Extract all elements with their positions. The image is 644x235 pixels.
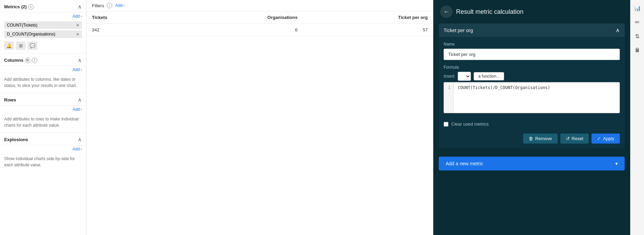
col-organisations: Organisations (171, 11, 303, 24)
panel-header: ← Result metric calculation (433, 0, 630, 23)
metric-2-label: D_COUNT(Organisations) (7, 32, 55, 37)
metrics-add-action: Add › (0, 12, 86, 20)
filters-info-icon[interactable]: i (107, 3, 112, 8)
remove-btn-label: Remove (535, 136, 552, 141)
rows-desc: Add attributes to rows to make individua… (4, 116, 82, 128)
columns-desc: Add attributes to columns, like dates or… (4, 76, 82, 89)
panel-title: Result metric calculation (456, 8, 523, 16)
remove-button[interactable]: 🗑 Remove (523, 134, 557, 144)
metrics-add-chevron: › (80, 14, 82, 19)
cell-ticket-per-org: 57 (303, 24, 433, 36)
formula-code-text: COUNT(Tickets)/D_COUNT(Organisations) (458, 85, 550, 90)
metric-tag-1: COUNT(Tickets) × (4, 21, 82, 29)
metrics-label: Metrics (4, 4, 20, 9)
metric-1-remove-btn[interactable]: × (76, 23, 79, 28)
metrics-count: (2) (21, 4, 27, 9)
cell-tickets: 342 (86, 24, 171, 36)
clear-metrics-label: Clear used metrics (451, 121, 489, 127)
apply-btn-label: Apply (603, 136, 614, 141)
metrics-add-label: Add (73, 14, 80, 19)
columns-add-link[interactable]: Add › (73, 67, 82, 72)
data-table: Tickets Organisations Ticket per org 342… (86, 11, 433, 36)
metrics-icon-row: 🔔 ⊞ 💬 (0, 39, 86, 53)
reset-icon: ↺ (566, 136, 570, 141)
rows-add-label: Add (73, 107, 80, 112)
cell-organisations: 6 (171, 24, 303, 36)
rows-add-chevron: › (80, 107, 82, 112)
clear-metrics-row: Clear used metrics (439, 118, 625, 130)
metric-section-title: Ticket per org (444, 28, 473, 33)
right-panel: ← Result metric calculation Ticket per o… (433, 0, 630, 235)
metric-2-remove-btn[interactable]: × (76, 32, 79, 37)
columns-info-icon[interactable]: i (32, 58, 37, 63)
trash-icon: 🗑 (529, 136, 533, 141)
metric-section: Ticket per org ∧ Name Formula Insert: a … (439, 23, 625, 148)
explosions-add-action: Add › (0, 145, 86, 153)
rows-collapse-btn[interactable]: ∧ (78, 97, 82, 103)
filters-add-label: Add (115, 3, 122, 8)
name-input[interactable] (444, 49, 620, 60)
columns-label: Columns (4, 58, 23, 63)
columns-collapse-btn[interactable]: ∧ (78, 57, 82, 63)
sidebar: Metrics (2) i ∧ Add › COUNT(Tickets) × D… (0, 0, 86, 235)
add-metric-chevron-down-icon: ▾ (615, 161, 618, 166)
explosions-add-link[interactable]: Add › (73, 147, 82, 151)
columns-copy-icon[interactable]: ⧉ (25, 58, 30, 63)
metrics-collapse-btn[interactable]: ∧ (78, 3, 82, 10)
calculator-icon[interactable]: 🖩 (633, 46, 642, 55)
formula-field-label: Formula (444, 65, 620, 70)
explosions-section-header: Explosions ∧ (0, 133, 86, 145)
explosions-desc: Show individual charts side-by-side for … (4, 156, 82, 168)
apply-button[interactable]: ✓ Apply (591, 134, 620, 144)
icon-strip: 📊 ✏ ⇅ 🖩 (630, 0, 644, 235)
columns-add-chevron: › (80, 67, 82, 72)
rows-title-wrap: Rows (4, 97, 16, 102)
metric-form: Name Formula Insert: a function... 1 COU… (439, 37, 625, 118)
metric-tag-2: D_COUNT(Organisations) × (4, 30, 82, 38)
metrics-info-icon[interactable]: i (28, 4, 34, 10)
add-metric-label: Add a new metric (446, 161, 483, 166)
comment-icon-btn[interactable]: 💬 (28, 41, 37, 50)
metric-section-header[interactable]: Ticket per org ∧ (439, 23, 625, 37)
sort-icon[interactable]: ⇅ (634, 32, 641, 41)
insert-select[interactable] (458, 72, 471, 81)
metric-1-label: COUNT(Tickets) (7, 23, 37, 28)
filters-label: Filters (92, 3, 104, 8)
function-btn-label: a function... (478, 74, 500, 79)
explosions-add-label: Add (73, 147, 80, 151)
insert-function-btn[interactable]: a function... (474, 72, 504, 80)
alarm-icon-btn[interactable]: 🔔 (4, 41, 14, 50)
reset-btn-label: Reset (572, 136, 584, 141)
columns-body: Add attributes to columns, like dates or… (0, 74, 86, 93)
rows-label: Rows (4, 97, 16, 102)
metric-chevron-up-icon: ∧ (616, 27, 620, 33)
columns-add-action: Add › (0, 66, 86, 74)
explosions-body: Show individual charts side-by-side for … (0, 153, 86, 172)
filters-add-chevron: › (123, 3, 125, 8)
pencil-icon[interactable]: ✏ (634, 18, 641, 27)
name-field-label: Name (444, 42, 620, 47)
reset-button[interactable]: ↺ Reset (560, 134, 589, 144)
columns-section-header: Columns ⧉ i ∧ (0, 53, 86, 66)
metrics-add-link[interactable]: Add › (73, 14, 82, 19)
check-icon: ✓ (597, 136, 601, 141)
col-ticket-per-org: Ticket per org (303, 11, 433, 24)
formula-code-area[interactable]: 1 COUNT(Tickets)/D_COUNT(Organisations) (444, 82, 620, 113)
clear-metrics-checkbox[interactable] (444, 122, 448, 127)
filters-add-link[interactable]: Add › (115, 3, 124, 8)
line-numbers: 1 (444, 82, 454, 113)
columns-add-label: Add (73, 67, 80, 72)
columns-title-wrap: Columns ⧉ i (4, 58, 37, 63)
add-new-metric-btn[interactable]: Add a new metric ▾ (439, 157, 625, 170)
line-1: 1 (448, 85, 451, 90)
table-row: 342 6 57 (86, 24, 433, 36)
bar-chart-icon[interactable]: 📊 (633, 3, 642, 13)
rows-add-link[interactable]: Add › (73, 107, 82, 112)
filters-bar: Filters i Add › (86, 0, 433, 11)
formula-code-content[interactable]: COUNT(Tickets)/D_COUNT(Organisations) (454, 82, 619, 113)
metrics-title: Metrics (2) i (4, 4, 34, 10)
main-content: Filters i Add › Tickets Organisations Ti… (86, 0, 433, 235)
back-button[interactable]: ← (440, 6, 453, 18)
table-icon-btn[interactable]: ⊞ (16, 41, 26, 50)
explosions-collapse-btn[interactable]: ∧ (78, 136, 82, 143)
